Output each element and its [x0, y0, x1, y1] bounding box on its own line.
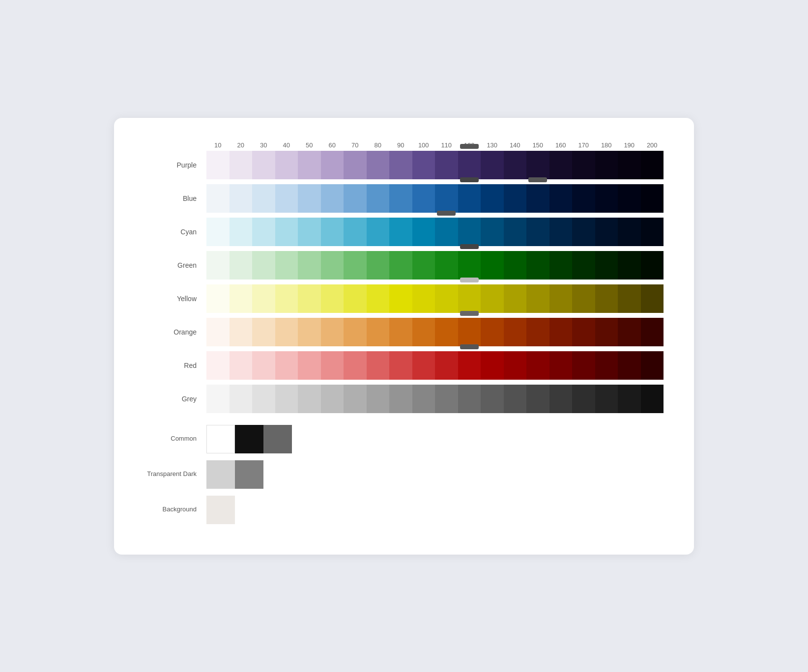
- color-swatch[interactable]: [458, 318, 481, 346]
- color-swatch[interactable]: [206, 151, 230, 179]
- color-swatch[interactable]: [595, 251, 618, 280]
- color-swatch[interactable]: [435, 218, 458, 246]
- color-swatch[interactable]: [367, 251, 390, 280]
- color-swatch[interactable]: [321, 151, 344, 179]
- color-swatch[interactable]: [458, 251, 481, 280]
- color-swatch[interactable]: [549, 385, 573, 413]
- color-swatch[interactable]: [458, 151, 481, 179]
- color-swatch[interactable]: [412, 251, 435, 280]
- color-swatch[interactable]: [618, 318, 641, 346]
- color-swatch[interactable]: [389, 318, 412, 346]
- color-swatch[interactable]: [389, 284, 412, 313]
- color-swatch[interactable]: [275, 218, 298, 246]
- color-swatch[interactable]: [230, 251, 253, 280]
- color-swatch[interactable]: [275, 184, 298, 213]
- color-swatch[interactable]: [206, 218, 230, 246]
- color-swatch[interactable]: [549, 251, 573, 280]
- color-swatch[interactable]: [435, 184, 458, 213]
- color-swatch[interactable]: [526, 318, 549, 346]
- color-swatch[interactable]: [572, 151, 595, 179]
- color-swatch[interactable]: [526, 251, 549, 280]
- color-swatch[interactable]: [595, 385, 618, 413]
- color-swatch[interactable]: [618, 151, 641, 179]
- color-swatch[interactable]: [206, 284, 230, 313]
- color-swatch[interactable]: [389, 184, 412, 213]
- color-swatch[interactable]: [321, 318, 344, 346]
- color-swatch[interactable]: [298, 284, 321, 313]
- color-swatch[interactable]: [618, 284, 641, 313]
- color-swatch[interactable]: [230, 218, 253, 246]
- extra-color-swatch[interactable]: [263, 425, 292, 453]
- color-swatch[interactable]: [618, 218, 641, 246]
- color-swatch[interactable]: [641, 251, 664, 280]
- color-swatch[interactable]: [412, 184, 435, 213]
- extra-color-swatch[interactable]: [235, 425, 263, 453]
- color-swatch[interactable]: [321, 184, 344, 213]
- color-swatch[interactable]: [526, 184, 549, 213]
- color-swatch[interactable]: [321, 251, 344, 280]
- color-swatch[interactable]: [504, 385, 527, 413]
- color-swatch[interactable]: [481, 318, 504, 346]
- extra-color-swatch[interactable]: [206, 425, 235, 453]
- color-swatch[interactable]: [344, 284, 367, 313]
- color-swatch[interactable]: [298, 351, 321, 380]
- color-swatch[interactable]: [641, 385, 664, 413]
- color-swatch[interactable]: [504, 184, 527, 213]
- color-swatch[interactable]: [275, 151, 298, 179]
- color-swatch[interactable]: [321, 284, 344, 313]
- color-swatch[interactable]: [641, 151, 664, 179]
- color-swatch[interactable]: [412, 284, 435, 313]
- color-swatch[interactable]: [549, 151, 573, 179]
- color-swatch[interactable]: [275, 251, 298, 280]
- color-swatch[interactable]: [435, 385, 458, 413]
- color-swatch[interactable]: [367, 318, 390, 346]
- color-swatch[interactable]: [412, 151, 435, 179]
- color-swatch[interactable]: [298, 385, 321, 413]
- color-swatch[interactable]: [206, 318, 230, 346]
- color-swatch[interactable]: [367, 385, 390, 413]
- color-swatch[interactable]: [572, 218, 595, 246]
- color-swatch[interactable]: [252, 318, 275, 346]
- color-swatch[interactable]: [458, 218, 481, 246]
- color-swatch[interactable]: [458, 284, 481, 313]
- color-swatch[interactable]: [230, 284, 253, 313]
- color-swatch[interactable]: [321, 218, 344, 246]
- color-swatch[interactable]: [572, 184, 595, 213]
- color-swatch[interactable]: [572, 385, 595, 413]
- color-swatch[interactable]: [641, 218, 664, 246]
- color-swatch[interactable]: [412, 351, 435, 380]
- color-swatch[interactable]: [321, 351, 344, 380]
- color-swatch[interactable]: [230, 184, 253, 213]
- color-swatch[interactable]: [275, 351, 298, 380]
- color-swatch[interactable]: [389, 385, 412, 413]
- color-swatch[interactable]: [367, 351, 390, 380]
- color-swatch[interactable]: [641, 351, 664, 380]
- color-swatch[interactable]: [504, 351, 527, 380]
- color-swatch[interactable]: [595, 218, 618, 246]
- color-swatch[interactable]: [504, 218, 527, 246]
- color-swatch[interactable]: [549, 218, 573, 246]
- color-swatch[interactable]: [595, 184, 618, 213]
- color-swatch[interactable]: [206, 385, 230, 413]
- color-swatch[interactable]: [595, 318, 618, 346]
- color-swatch[interactable]: [298, 251, 321, 280]
- color-swatch[interactable]: [572, 284, 595, 313]
- color-swatch[interactable]: [252, 284, 275, 313]
- color-swatch[interactable]: [481, 218, 504, 246]
- color-swatch[interactable]: [206, 251, 230, 280]
- color-swatch[interactable]: [481, 151, 504, 179]
- color-swatch[interactable]: [504, 284, 527, 313]
- color-swatch[interactable]: [572, 251, 595, 280]
- color-swatch[interactable]: [618, 184, 641, 213]
- color-swatch[interactable]: [641, 318, 664, 346]
- color-swatch[interactable]: [344, 218, 367, 246]
- color-swatch[interactable]: [458, 385, 481, 413]
- color-swatch[interactable]: [526, 151, 549, 179]
- extra-color-swatch[interactable]: [235, 460, 263, 489]
- color-swatch[interactable]: [526, 218, 549, 246]
- color-swatch[interactable]: [504, 151, 527, 179]
- color-swatch[interactable]: [458, 351, 481, 380]
- color-swatch[interactable]: [572, 351, 595, 380]
- color-swatch[interactable]: [344, 385, 367, 413]
- color-swatch[interactable]: [435, 318, 458, 346]
